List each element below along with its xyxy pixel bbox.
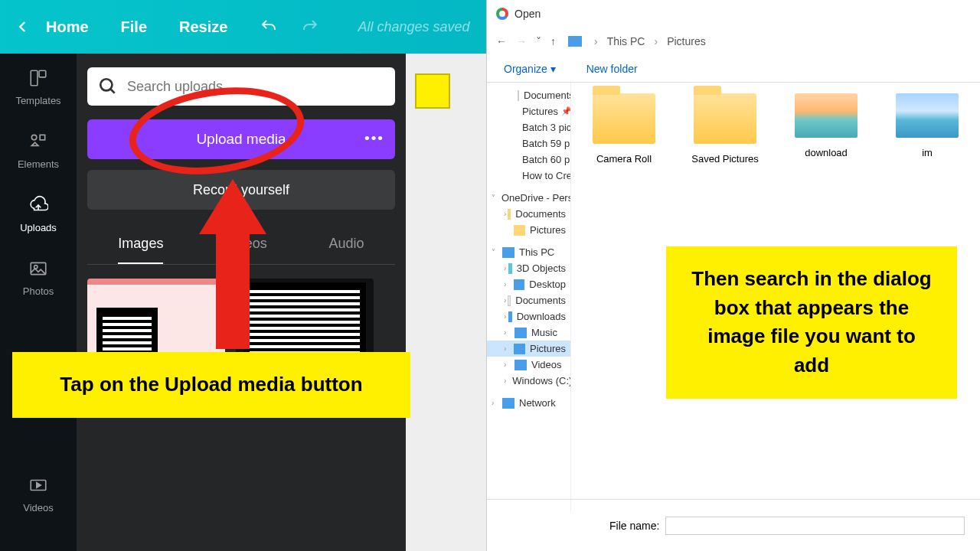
- tree-howto[interactable]: How to Create a: [487, 168, 570, 184]
- photos-icon: [28, 258, 49, 279]
- svg-rect-1: [39, 70, 46, 77]
- chevron-down-icon[interactable]: ˅: [492, 248, 501, 256]
- item-label: download: [805, 147, 848, 158]
- annotation-text-2: Then search in the dialog box that appea…: [666, 246, 957, 399]
- new-folder-button[interactable]: New folder: [586, 63, 638, 75]
- image-thumbnail: [896, 93, 959, 138]
- tree-pc-pictures[interactable]: ›Pictures: [487, 341, 570, 357]
- folder-icon: [514, 225, 525, 236]
- dialog-toolbar: Organize ▾ New folder: [487, 55, 980, 83]
- upload-label: Upload media: [196, 131, 286, 148]
- svg-point-7: [100, 79, 112, 90]
- file-download[interactable]: download: [784, 93, 868, 158]
- rail-label: Elements: [18, 158, 59, 170]
- tree-thispc[interactable]: ˅This PC: [487, 244, 570, 260]
- tree-desktop[interactable]: ›Desktop: [487, 276, 570, 292]
- tree-pictures[interactable]: Pictures📌: [487, 103, 570, 119]
- folder-cameraroll[interactable]: Camera Roll: [582, 93, 666, 165]
- network-icon: [502, 398, 514, 409]
- canvas-area[interactable]: [406, 54, 486, 551]
- pin-icon: 📌: [561, 106, 571, 116]
- top-menu-bar: Home File Resize All changes saved: [0, 0, 486, 54]
- music-icon: [514, 328, 527, 338]
- canva-app: Home File Resize All changes saved Templ…: [0, 0, 486, 551]
- tree-music[interactable]: ›Music: [487, 324, 570, 341]
- rail-templates[interactable]: Templates: [15, 67, 60, 106]
- tree-downloads[interactable]: ›Downloads: [487, 308, 570, 324]
- tree-3dobjects[interactable]: ›3D Objects: [487, 260, 570, 276]
- chevron-right-icon[interactable]: ›: [504, 280, 512, 289]
- tree-videos[interactable]: ›Videos: [487, 357, 570, 373]
- rail-videos[interactable]: Videos: [23, 474, 54, 514]
- chevron-right-icon[interactable]: ›: [504, 328, 513, 337]
- breadcrumb-sep: ›: [654, 35, 658, 47]
- tree-od-docs[interactable]: ›Documents: [487, 206, 570, 222]
- resize-menu[interactable]: Resize: [179, 18, 227, 36]
- breadcrumb-pictures[interactable]: Pictures: [667, 35, 706, 47]
- pictures-icon: [514, 344, 525, 354]
- upload-media-button[interactable]: Upload media •••: [87, 119, 395, 159]
- item-label: Saved Pictures: [691, 153, 758, 165]
- videos-icon: [28, 474, 49, 496]
- tree-documents[interactable]: Documents📌: [487, 87, 570, 103]
- rail-photos[interactable]: Photos: [23, 258, 54, 297]
- nav-recent-icon[interactable]: ˅: [536, 35, 541, 47]
- breadcrumb-sep: ›: [594, 35, 598, 47]
- tree-drive[interactable]: ›Windows (C:): [487, 373, 570, 389]
- downloads-icon: [508, 311, 512, 322]
- breadcrumb-thispc[interactable]: This PC: [607, 35, 645, 47]
- chevron-right-icon[interactable]: ›: [492, 399, 501, 407]
- record-yourself-button[interactable]: Record yourself: [87, 170, 395, 210]
- tree-onedrive[interactable]: ˅OneDrive - Person: [487, 190, 570, 206]
- chevron-right-icon[interactable]: ›: [504, 264, 507, 272]
- chevron-down-icon[interactable]: ˅: [492, 194, 495, 202]
- tab-audio[interactable]: Audio: [329, 225, 364, 264]
- nav-back-icon[interactable]: ←: [496, 35, 507, 47]
- tree-batch60[interactable]: Batch 60 pics: [487, 152, 570, 168]
- folder-icon: [508, 209, 511, 220]
- search-box[interactable]: [87, 67, 395, 106]
- item-label: Camera Roll: [596, 153, 652, 165]
- document-icon: [508, 295, 511, 306]
- chevron-right-icon[interactable]: ›: [504, 210, 506, 218]
- tree-batch59[interactable]: Batch 59 pics: [487, 135, 570, 152]
- search-input[interactable]: [127, 79, 305, 95]
- rail-elements[interactable]: Elements: [18, 131, 59, 170]
- tab-videos[interactable]: Videos: [225, 225, 267, 264]
- nav-forward-icon[interactable]: →: [516, 35, 527, 47]
- rail-label: Videos: [23, 502, 54, 514]
- folder-tree: Documents📌 Pictures📌 Batch 3 pics Batch …: [487, 83, 571, 511]
- rail-uploads[interactable]: Uploads: [20, 194, 57, 233]
- chevron-right-icon[interactable]: ›: [504, 360, 513, 369]
- tab-images[interactable]: Images: [118, 225, 163, 264]
- more-dots-icon[interactable]: •••: [364, 130, 384, 147]
- tree-pc-docs[interactable]: ›Documents: [487, 292, 570, 308]
- undo-icon[interactable]: [260, 18, 278, 36]
- left-rail: Templates Elements Uploads Photos Videos: [0, 54, 77, 551]
- uploads-panel: Upload media ••• Record yourself Images …: [77, 54, 406, 551]
- elements-icon: [28, 131, 49, 152]
- folder-savedpictures[interactable]: Saved Pictures: [683, 93, 767, 165]
- svg-point-2: [31, 135, 37, 140]
- canvas-shape[interactable]: [415, 73, 450, 109]
- tree-batch3[interactable]: Batch 3 pics: [487, 119, 570, 135]
- media-tabs: Images Videos Audio: [87, 225, 395, 265]
- search-icon: [98, 77, 118, 96]
- filename-input[interactable]: [665, 517, 965, 535]
- chevron-right-icon[interactable]: ›: [504, 312, 507, 321]
- chevron-right-icon[interactable]: ›: [504, 296, 506, 305]
- svg-rect-0: [31, 70, 38, 86]
- home-link[interactable]: Home: [46, 18, 89, 36]
- file-menu[interactable]: File: [121, 18, 147, 36]
- chevron-right-icon[interactable]: ›: [504, 344, 512, 353]
- tree-od-pics[interactable]: Pictures: [487, 222, 570, 238]
- redo-icon[interactable]: [301, 18, 319, 36]
- back-arrow-icon[interactable]: [14, 18, 32, 36]
- record-label: Record yourself: [193, 182, 289, 198]
- file-im[interactable]: im: [885, 93, 969, 158]
- organize-button[interactable]: Organize ▾: [504, 63, 556, 75]
- tree-network[interactable]: ›Network: [487, 395, 570, 411]
- nav-up-icon[interactable]: ↑: [550, 35, 556, 47]
- image-thumbnail: [795, 93, 858, 138]
- chevron-right-icon[interactable]: ›: [504, 377, 506, 385]
